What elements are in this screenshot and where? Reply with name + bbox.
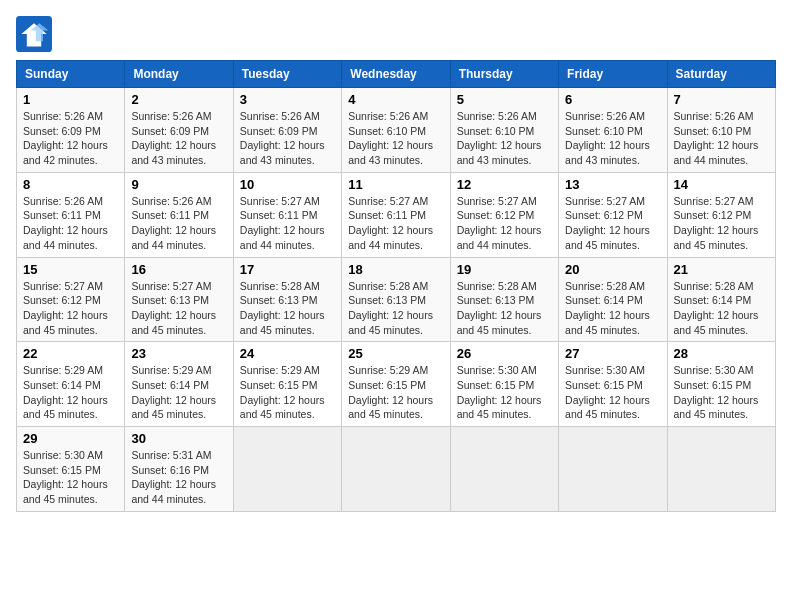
- cell-info: Sunrise: 5:29 AM Sunset: 6:14 PM Dayligh…: [23, 363, 118, 422]
- cell-info: Sunrise: 5:27 AM Sunset: 6:12 PM Dayligh…: [674, 194, 769, 253]
- cell-info: Sunrise: 5:27 AM Sunset: 6:12 PM Dayligh…: [565, 194, 660, 253]
- calendar-cell: 23Sunrise: 5:29 AM Sunset: 6:14 PM Dayli…: [125, 342, 233, 427]
- calendar-cell: 2Sunrise: 5:26 AM Sunset: 6:09 PM Daylig…: [125, 88, 233, 173]
- calendar-cell: 19Sunrise: 5:28 AM Sunset: 6:13 PM Dayli…: [450, 257, 558, 342]
- header-tuesday: Tuesday: [233, 61, 341, 88]
- header-monday: Monday: [125, 61, 233, 88]
- day-number: 16: [131, 262, 226, 277]
- day-number: 25: [348, 346, 443, 361]
- day-number: 29: [23, 431, 118, 446]
- calendar-cell: 30Sunrise: 5:31 AM Sunset: 6:16 PM Dayli…: [125, 427, 233, 512]
- day-number: 9: [131, 177, 226, 192]
- calendar-cell: [667, 427, 775, 512]
- day-number: 7: [674, 92, 769, 107]
- cell-info: Sunrise: 5:30 AM Sunset: 6:15 PM Dayligh…: [674, 363, 769, 422]
- day-number: 23: [131, 346, 226, 361]
- day-number: 17: [240, 262, 335, 277]
- day-number: 13: [565, 177, 660, 192]
- cell-info: Sunrise: 5:31 AM Sunset: 6:16 PM Dayligh…: [131, 448, 226, 507]
- calendar-cell: 14Sunrise: 5:27 AM Sunset: 6:12 PM Dayli…: [667, 172, 775, 257]
- calendar-cell: 8Sunrise: 5:26 AM Sunset: 6:11 PM Daylig…: [17, 172, 125, 257]
- logo: [16, 16, 58, 52]
- calendar-cell: 28Sunrise: 5:30 AM Sunset: 6:15 PM Dayli…: [667, 342, 775, 427]
- calendar-cell: 6Sunrise: 5:26 AM Sunset: 6:10 PM Daylig…: [559, 88, 667, 173]
- cell-info: Sunrise: 5:30 AM Sunset: 6:15 PM Dayligh…: [565, 363, 660, 422]
- cell-info: Sunrise: 5:27 AM Sunset: 6:13 PM Dayligh…: [131, 279, 226, 338]
- calendar-cell: [233, 427, 341, 512]
- day-number: 20: [565, 262, 660, 277]
- header-sunday: Sunday: [17, 61, 125, 88]
- calendar-cell: 26Sunrise: 5:30 AM Sunset: 6:15 PM Dayli…: [450, 342, 558, 427]
- calendar-cell: [450, 427, 558, 512]
- calendar-cell: 17Sunrise: 5:28 AM Sunset: 6:13 PM Dayli…: [233, 257, 341, 342]
- day-number: 21: [674, 262, 769, 277]
- day-number: 27: [565, 346, 660, 361]
- day-number: 5: [457, 92, 552, 107]
- calendar-cell: 4Sunrise: 5:26 AM Sunset: 6:10 PM Daylig…: [342, 88, 450, 173]
- cell-info: Sunrise: 5:28 AM Sunset: 6:14 PM Dayligh…: [565, 279, 660, 338]
- calendar-cell: 15Sunrise: 5:27 AM Sunset: 6:12 PM Dayli…: [17, 257, 125, 342]
- cell-info: Sunrise: 5:26 AM Sunset: 6:09 PM Dayligh…: [240, 109, 335, 168]
- cell-info: Sunrise: 5:30 AM Sunset: 6:15 PM Dayligh…: [457, 363, 552, 422]
- cell-info: Sunrise: 5:29 AM Sunset: 6:14 PM Dayligh…: [131, 363, 226, 422]
- cell-info: Sunrise: 5:28 AM Sunset: 6:13 PM Dayligh…: [348, 279, 443, 338]
- calendar-cell: 13Sunrise: 5:27 AM Sunset: 6:12 PM Dayli…: [559, 172, 667, 257]
- calendar-cell: [559, 427, 667, 512]
- day-number: 19: [457, 262, 552, 277]
- calendar-cell: [342, 427, 450, 512]
- day-number: 6: [565, 92, 660, 107]
- day-number: 18: [348, 262, 443, 277]
- cell-info: Sunrise: 5:29 AM Sunset: 6:15 PM Dayligh…: [240, 363, 335, 422]
- calendar-cell: 27Sunrise: 5:30 AM Sunset: 6:15 PM Dayli…: [559, 342, 667, 427]
- day-number: 14: [674, 177, 769, 192]
- cell-info: Sunrise: 5:26 AM Sunset: 6:09 PM Dayligh…: [131, 109, 226, 168]
- calendar-cell: 11Sunrise: 5:27 AM Sunset: 6:11 PM Dayli…: [342, 172, 450, 257]
- day-number: 8: [23, 177, 118, 192]
- calendar-cell: 29Sunrise: 5:30 AM Sunset: 6:15 PM Dayli…: [17, 427, 125, 512]
- cell-info: Sunrise: 5:29 AM Sunset: 6:15 PM Dayligh…: [348, 363, 443, 422]
- calendar-table: SundayMondayTuesdayWednesdayThursdayFrid…: [16, 60, 776, 512]
- day-number: 26: [457, 346, 552, 361]
- day-number: 24: [240, 346, 335, 361]
- cell-info: Sunrise: 5:26 AM Sunset: 6:11 PM Dayligh…: [131, 194, 226, 253]
- header-saturday: Saturday: [667, 61, 775, 88]
- calendar-cell: 9Sunrise: 5:26 AM Sunset: 6:11 PM Daylig…: [125, 172, 233, 257]
- cell-info: Sunrise: 5:26 AM Sunset: 6:10 PM Dayligh…: [565, 109, 660, 168]
- header-thursday: Thursday: [450, 61, 558, 88]
- cell-info: Sunrise: 5:28 AM Sunset: 6:14 PM Dayligh…: [674, 279, 769, 338]
- calendar-cell: 22Sunrise: 5:29 AM Sunset: 6:14 PM Dayli…: [17, 342, 125, 427]
- cell-info: Sunrise: 5:26 AM Sunset: 6:11 PM Dayligh…: [23, 194, 118, 253]
- calendar-week-1: 1Sunrise: 5:26 AM Sunset: 6:09 PM Daylig…: [17, 88, 776, 173]
- day-number: 15: [23, 262, 118, 277]
- day-number: 10: [240, 177, 335, 192]
- calendar-cell: 16Sunrise: 5:27 AM Sunset: 6:13 PM Dayli…: [125, 257, 233, 342]
- header-wednesday: Wednesday: [342, 61, 450, 88]
- cell-info: Sunrise: 5:27 AM Sunset: 6:11 PM Dayligh…: [348, 194, 443, 253]
- calendar-cell: 10Sunrise: 5:27 AM Sunset: 6:11 PM Dayli…: [233, 172, 341, 257]
- day-number: 3: [240, 92, 335, 107]
- calendar-week-2: 8Sunrise: 5:26 AM Sunset: 6:11 PM Daylig…: [17, 172, 776, 257]
- header-friday: Friday: [559, 61, 667, 88]
- calendar-week-4: 22Sunrise: 5:29 AM Sunset: 6:14 PM Dayli…: [17, 342, 776, 427]
- cell-info: Sunrise: 5:28 AM Sunset: 6:13 PM Dayligh…: [457, 279, 552, 338]
- cell-info: Sunrise: 5:26 AM Sunset: 6:10 PM Dayligh…: [457, 109, 552, 168]
- cell-info: Sunrise: 5:27 AM Sunset: 6:12 PM Dayligh…: [457, 194, 552, 253]
- calendar-cell: 18Sunrise: 5:28 AM Sunset: 6:13 PM Dayli…: [342, 257, 450, 342]
- day-number: 22: [23, 346, 118, 361]
- cell-info: Sunrise: 5:27 AM Sunset: 6:12 PM Dayligh…: [23, 279, 118, 338]
- day-number: 2: [131, 92, 226, 107]
- cell-info: Sunrise: 5:26 AM Sunset: 6:09 PM Dayligh…: [23, 109, 118, 168]
- cell-info: Sunrise: 5:30 AM Sunset: 6:15 PM Dayligh…: [23, 448, 118, 507]
- day-number: 12: [457, 177, 552, 192]
- calendar-cell: 21Sunrise: 5:28 AM Sunset: 6:14 PM Dayli…: [667, 257, 775, 342]
- cell-info: Sunrise: 5:27 AM Sunset: 6:11 PM Dayligh…: [240, 194, 335, 253]
- calendar-cell: 3Sunrise: 5:26 AM Sunset: 6:09 PM Daylig…: [233, 88, 341, 173]
- header: [16, 16, 776, 52]
- calendar-week-5: 29Sunrise: 5:30 AM Sunset: 6:15 PM Dayli…: [17, 427, 776, 512]
- calendar-week-3: 15Sunrise: 5:27 AM Sunset: 6:12 PM Dayli…: [17, 257, 776, 342]
- day-number: 11: [348, 177, 443, 192]
- cell-info: Sunrise: 5:26 AM Sunset: 6:10 PM Dayligh…: [348, 109, 443, 168]
- calendar-cell: 25Sunrise: 5:29 AM Sunset: 6:15 PM Dayli…: [342, 342, 450, 427]
- calendar-cell: 5Sunrise: 5:26 AM Sunset: 6:10 PM Daylig…: [450, 88, 558, 173]
- day-number: 30: [131, 431, 226, 446]
